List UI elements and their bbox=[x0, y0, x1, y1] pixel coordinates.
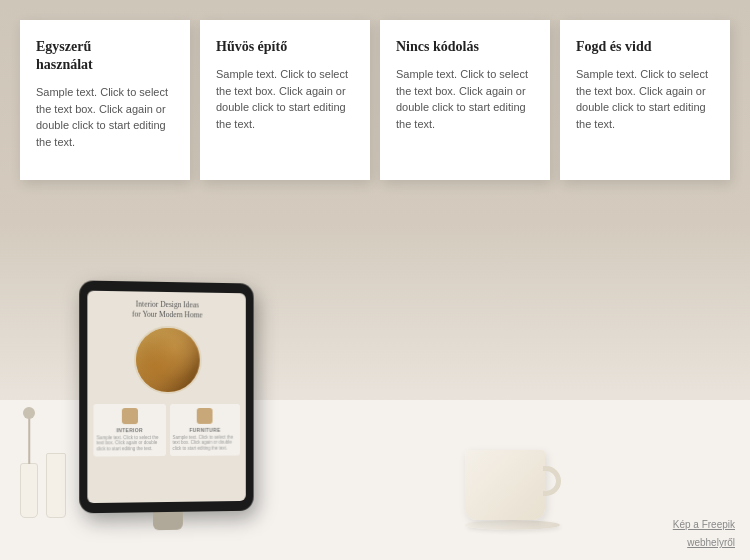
card-3-title: Nincs kódolás bbox=[396, 38, 534, 56]
card-nincs[interactable]: Nincs kódolás Sample text. Click to sele… bbox=[380, 20, 550, 180]
interior-text: Sample text. Click to select the text bo… bbox=[97, 435, 163, 453]
card-4-title: Fogd és vidd bbox=[576, 38, 714, 56]
tablet-mockup: Interior Design Ideas for Your Modern Ho… bbox=[79, 280, 253, 531]
interior-icon bbox=[122, 408, 138, 424]
card-2-title: Hűvös építő bbox=[216, 38, 354, 56]
attribution: Kép a Freepik webhelyről bbox=[673, 514, 735, 550]
tablet-screen-title: Interior Design Ideas for Your Modern Ho… bbox=[132, 299, 203, 319]
cup-body bbox=[465, 450, 545, 520]
card-1-title: Egyszerű használat bbox=[36, 38, 174, 74]
card-4-text: Sample text. Click to select the text bo… bbox=[576, 66, 714, 132]
furniture-label: FURNITURE bbox=[172, 426, 237, 432]
decorative-vases bbox=[20, 453, 66, 518]
freepik-link[interactable]: Kép a Freepik webhelyről bbox=[673, 519, 735, 548]
cup-saucer bbox=[465, 520, 560, 530]
attribution-line2: webhelyről bbox=[687, 537, 735, 548]
cup-handle bbox=[543, 466, 561, 496]
card-2-text: Sample text. Click to select the text bo… bbox=[216, 66, 354, 132]
cards-row: Egyszerű használat Sample text. Click to… bbox=[20, 20, 730, 180]
tablet-device: Interior Design Ideas for Your Modern Ho… bbox=[79, 280, 253, 513]
furniture-icon bbox=[197, 407, 213, 423]
card-hűvös[interactable]: Hűvös építő Sample text. Click to select… bbox=[200, 20, 370, 180]
coffee-cup bbox=[465, 450, 560, 530]
vase-medium bbox=[46, 453, 66, 518]
attribution-line1: Kép a Freepik bbox=[673, 519, 735, 530]
tablet-hero-image bbox=[133, 325, 201, 393]
tablet-screen: Interior Design Ideas for Your Modern Ho… bbox=[87, 291, 245, 503]
card-egyszerű[interactable]: Egyszerű használat Sample text. Click to… bbox=[20, 20, 190, 180]
tablet-furniture-col: FURNITURE Sample text. Click to select t… bbox=[169, 404, 239, 457]
vase-small bbox=[20, 463, 38, 518]
card-3-text: Sample text. Click to select the text bo… bbox=[396, 66, 534, 132]
card-fogd[interactable]: Fogd és vidd Sample text. Click to selec… bbox=[560, 20, 730, 180]
tablet-stand bbox=[153, 512, 183, 531]
furniture-text: Sample text. Click to select the text bo… bbox=[172, 434, 237, 452]
tablet-interior-col: INTERIOR Sample text. Click to select th… bbox=[93, 403, 165, 456]
tablet-image-inner bbox=[135, 327, 199, 391]
tablet-bottom-row: INTERIOR Sample text. Click to select th… bbox=[93, 403, 239, 456]
interior-label: INTERIOR bbox=[97, 427, 163, 433]
card-1-text: Sample text. Click to select the text bo… bbox=[36, 84, 174, 150]
